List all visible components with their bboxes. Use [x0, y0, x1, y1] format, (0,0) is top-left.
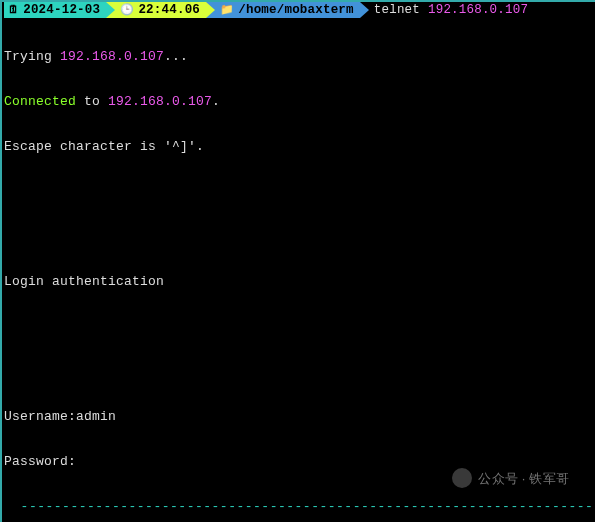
text: . — [212, 94, 220, 109]
password-line: Password: — [4, 454, 593, 469]
command-name: telnet — [374, 3, 420, 18]
status-bar: 🗓2024-12-03 🕒22:44.06 📁/home/mobaxterm t… — [2, 2, 595, 18]
status-time: 🕒22:44.06 — [106, 2, 206, 18]
text: to — [76, 94, 108, 109]
calendar-icon: 🗓 — [8, 3, 19, 18]
ip: 192.168.0.107 — [60, 49, 164, 64]
command-arg: 192.168.0.107 — [428, 3, 528, 18]
username-line: Username:admin — [4, 409, 593, 424]
clock-icon: 🕒 — [120, 3, 134, 18]
escape-line: Escape character is '^]'. — [4, 139, 593, 154]
terminal-output[interactable]: Trying 192.168.0.107... Connected to 192… — [2, 18, 595, 522]
text: ... — [164, 49, 188, 64]
status-cwd: 📁/home/mobaxterm — [206, 2, 360, 18]
status-cwd-text: /home/mobaxterm — [238, 3, 354, 18]
text: Trying — [4, 49, 60, 64]
watermark-text: 公众号 · 铁军哥 — [478, 471, 569, 486]
ip: 192.168.0.107 — [108, 94, 212, 109]
login-auth: Login authentication — [4, 274, 593, 289]
status-date: 🗓2024-12-03 — [4, 2, 106, 18]
status-command: telnet192.168.0.107 — [360, 2, 528, 18]
wechat-icon — [452, 468, 472, 488]
divider: ----------------------------------------… — [4, 499, 593, 514]
connected: Connected — [4, 94, 76, 109]
folder-icon: 📁 — [220, 3, 234, 18]
status-date-text: 2024-12-03 — [23, 3, 100, 18]
watermark: 公众号 · 铁军哥 — [452, 468, 569, 488]
status-time-text: 22:44.06 — [138, 3, 200, 18]
